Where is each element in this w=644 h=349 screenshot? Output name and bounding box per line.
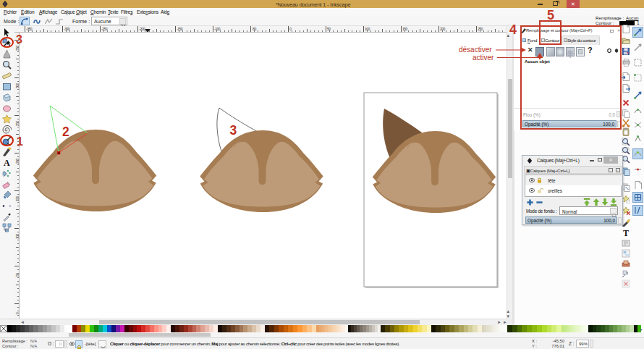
svg-text:3: 3 <box>230 123 237 138</box>
svg-text:2: 2 <box>62 125 69 139</box>
svg-text:A: A <box>4 158 10 167</box>
svg-text:T: T <box>623 228 629 237</box>
